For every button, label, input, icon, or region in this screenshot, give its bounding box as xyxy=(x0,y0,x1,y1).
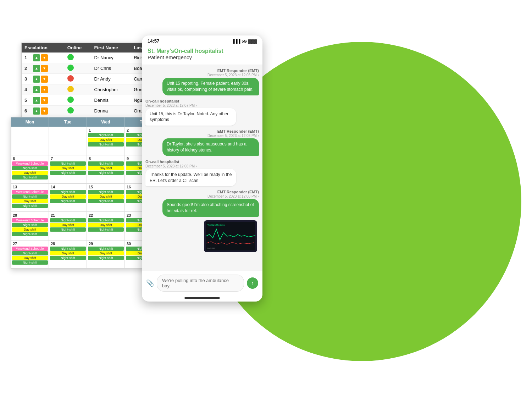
svg-rect-0 xyxy=(206,222,255,250)
day-shift: Day shift xyxy=(12,256,48,260)
status-indicator xyxy=(67,75,74,82)
arrow-up[interactable]: ▲ xyxy=(33,54,40,61)
first-name-cell: Dennis xyxy=(92,95,131,106)
time-display: 14:57 xyxy=(148,38,159,44)
attach-icon[interactable]: 📎 xyxy=(146,279,154,287)
day-shift: Day shift xyxy=(88,223,124,227)
first-name-cell: Dr Nancy xyxy=(92,53,131,63)
night-shift: Night-shift xyxy=(50,227,86,232)
row-num: 6 xyxy=(24,108,32,114)
col-online: Online xyxy=(65,43,92,53)
message-sender-label: EMT Responder (EMT)December 5, 2023 at 1… xyxy=(145,68,259,77)
day-number: 15 xyxy=(88,184,124,189)
vitals-image: Vital Signs Monitoring Dec 5 2023 xyxy=(202,220,259,252)
status-indicator xyxy=(67,54,74,60)
night-shift: Night-shift xyxy=(50,199,86,203)
escalation-arrows[interactable]: ▲ ▼ xyxy=(33,76,51,83)
night-shift: Night-shift xyxy=(88,218,124,222)
first-name-cell: Christopher xyxy=(92,84,131,95)
chat-title: St. Mary'sOn-call hospitalist xyxy=(148,48,257,54)
calendar-day: 29Night-shiftDay shiftNight-shift xyxy=(87,240,125,269)
calendar-day: 21Night-shiftDay shiftNight-shift xyxy=(49,212,87,240)
day-number: 14 xyxy=(50,184,86,189)
escalation-arrows[interactable]: ▲ ▼ xyxy=(33,86,51,93)
escalation-arrows[interactable]: ▲ ▼ xyxy=(33,65,51,72)
chat-input[interactable]: We're pulling into the ambulance bay.. xyxy=(157,275,244,292)
row-num: 5 xyxy=(24,98,32,103)
arrow-down[interactable]: ▼ xyxy=(41,97,48,104)
phone-ui: 14:57 ▐▐▐ 5G ▓▓▓ St. Mary'sOn-call hospi… xyxy=(142,35,262,302)
night-shift: Night-shift xyxy=(50,171,86,175)
chat-header: St. Mary'sOn-call hospitalist Patient em… xyxy=(142,45,262,65)
calendar-day: 28Night-shiftDay shiftNight-shift xyxy=(49,240,87,269)
status-bar: 14:57 ▐▐▐ 5G ▓▓▓ xyxy=(142,35,262,45)
night-shift: Night-shift xyxy=(88,171,124,175)
night-shift: Night-shift xyxy=(12,204,48,208)
day-number: 20 xyxy=(12,213,48,218)
arrow-down[interactable]: ▼ xyxy=(41,86,48,93)
day-number: 21 xyxy=(50,213,86,218)
message-bubble: Unit 15, this is Dr Taylor. Noted. Any o… xyxy=(145,108,236,126)
day-number: 8 xyxy=(88,156,124,161)
night-shift: Night-shift xyxy=(12,166,48,170)
arrow-down[interactable]: ▼ xyxy=(41,107,48,115)
arrow-up[interactable]: ▲ xyxy=(33,97,40,104)
cal-mon: Mon xyxy=(11,117,49,127)
calendar-day: 14Night-shiftDay shiftNight-shift xyxy=(49,183,87,212)
col-escalation: Escalation xyxy=(22,43,65,53)
day-shift: Day shift xyxy=(12,199,48,203)
arrow-up[interactable]: ▲ xyxy=(33,65,40,72)
calendar-day: 1Night-shiftDay shiftNight-shift xyxy=(87,127,125,155)
row-num: 1 xyxy=(24,55,32,60)
arrow-up[interactable]: ▲ xyxy=(33,76,40,83)
day-number: 6 xyxy=(12,156,48,161)
night-shift: Night-shift xyxy=(50,256,86,260)
message-sender-label: EMT Responder (EMT)December 5, 2023 at 1… xyxy=(145,190,259,198)
arrow-up[interactable]: ▲ xyxy=(33,86,40,93)
calendar-day: 20Weekend ScheduleNight-shiftDay shiftNi… xyxy=(11,212,49,240)
escalation-arrows[interactable]: ▲ ▼ xyxy=(33,54,51,61)
day-shift: Day shift xyxy=(88,138,124,142)
night-shift: Night-shift xyxy=(50,218,86,222)
calendar-day xyxy=(11,127,49,155)
weekend-shift: Weekend Schedule xyxy=(12,161,48,166)
calendar-day xyxy=(49,127,87,155)
day-number: 29 xyxy=(88,241,124,246)
day-number: 28 xyxy=(50,241,86,246)
send-button[interactable]: ↑ xyxy=(247,277,258,289)
escalation-arrows[interactable]: ▲ ▼ xyxy=(33,97,51,104)
first-name-cell: Dr Chris xyxy=(92,63,131,74)
day-shift: Day shift xyxy=(50,251,86,255)
cal-wed: Wed xyxy=(87,117,125,127)
weekend-shift: Weekend Schedule xyxy=(12,190,48,194)
arrow-down[interactable]: ▼ xyxy=(41,54,48,61)
night-shift: Night-shift xyxy=(50,161,86,166)
status-indicator xyxy=(67,107,74,114)
chat-subtitle: Patient emergency xyxy=(148,54,257,60)
night-shift: Night-shift xyxy=(50,247,86,251)
arrow-down[interactable]: ▼ xyxy=(41,76,48,83)
battery-icon: ▓▓▓ xyxy=(248,39,257,43)
svg-text:Vital Signs Monitoring: Vital Signs Monitoring xyxy=(207,224,225,226)
arrow-down[interactable]: ▼ xyxy=(41,65,48,72)
night-shift: Night-shift xyxy=(88,227,124,232)
row-num: 2 xyxy=(24,66,32,71)
arrow-up[interactable]: ▲ xyxy=(33,107,40,115)
chat-input-area[interactable]: 📎 We're pulling into the ambulance bay..… xyxy=(142,271,262,295)
night-shift: Night-shift xyxy=(88,142,124,147)
message-sender-label: EMT Responder (EMT)December 5, 2023 at 1… xyxy=(145,129,259,138)
day-shift: Day shift xyxy=(12,171,48,175)
day-number: 27 xyxy=(12,241,48,246)
calendar-day: 8Night-shiftDay shiftNight-shift xyxy=(87,155,125,183)
cal-tue: Tue xyxy=(49,117,87,127)
home-indicator xyxy=(184,297,220,299)
escalation-arrows[interactable]: ▲ ▼ xyxy=(33,107,51,115)
network-type: 5G xyxy=(242,39,247,43)
status-indicator xyxy=(67,86,74,92)
col-firstname: First Name xyxy=(92,43,131,53)
day-shift: Day shift xyxy=(12,227,48,232)
night-shift: Night-shift xyxy=(88,199,124,203)
row-num: 4 xyxy=(24,87,32,92)
day-shift: Day shift xyxy=(50,166,86,170)
night-shift: Night-shift xyxy=(88,133,124,137)
